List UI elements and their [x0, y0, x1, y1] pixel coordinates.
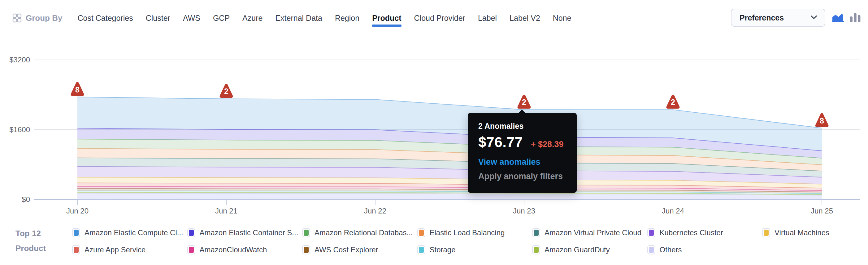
tab-aws[interactable]: AWS [183, 12, 200, 24]
legend-item[interactable]: Amazon Relational Databas... [302, 228, 417, 237]
header-right: Preferences [731, 9, 861, 27]
chart-legend: Amazon Elastic Compute Cl...Azure App Se… [72, 224, 868, 258]
area-chart-icon[interactable] [832, 13, 844, 23]
legend-swatch-icon [187, 228, 195, 237]
legend-item[interactable]: Virtual Machines [762, 228, 868, 237]
legend-item[interactable]: Amazon Virtual Private Cloud [532, 228, 647, 237]
anomaly-tooltip-value-row: $76.77 + $28.39 [478, 134, 570, 151]
legend-item-label: Amazon Elastic Container S... [200, 229, 299, 237]
svg-text:8: 8 [75, 85, 80, 94]
tab-external-data[interactable]: External Data [275, 12, 322, 24]
svg-text:$3200: $3200 [9, 56, 30, 64]
legend-item-label: Amazon GuardDuty [545, 245, 610, 254]
legend-item-label: Azure App Service [85, 245, 146, 254]
chevron-down-icon [810, 15, 817, 21]
anomaly-marker[interactable]: 2 [519, 96, 529, 107]
legend-swatch-icon [532, 228, 540, 237]
anomaly-tooltip-value: $76.77 [478, 134, 523, 151]
anomaly-tooltip: 2 Anomalies $76.77 + $28.39 View anomali… [468, 113, 577, 193]
group-by-tabs: Cost CategoriesClusterAWSGCPAzureExterna… [78, 12, 571, 24]
anomaly-marker[interactable]: 8 [72, 83, 83, 95]
group-by: Group By [12, 14, 62, 23]
bar-chart-icon[interactable] [850, 13, 861, 22]
svg-text:Jun 25: Jun 25 [811, 207, 833, 215]
preferences-label: Preferences [740, 14, 784, 22]
legend-item[interactable]: Others [647, 245, 763, 255]
group-by-label: Group By [26, 14, 62, 23]
legend-swatch-icon [417, 245, 425, 255]
legend-swatch-icon [647, 245, 655, 255]
legend-item-label: Virtual Machines [775, 229, 829, 237]
cost-dashboard: $0$1600$3200Jun 20Jun 21Jun 22Jun 23Jun … [0, 0, 868, 265]
tab-label[interactable]: Label [478, 12, 497, 24]
legend-swatch-icon [72, 228, 80, 237]
legend-item[interactable]: Amazon GuardDuty [532, 245, 647, 255]
svg-text:Jun 22: Jun 22 [364, 207, 386, 215]
legend-item[interactable]: AWS Cost Explorer [302, 245, 417, 255]
tab-product[interactable]: Product [372, 12, 401, 24]
legend-item[interactable]: Azure App Service [72, 245, 187, 255]
legend-item[interactable]: Elastic Load Balancing [417, 228, 532, 237]
legend-item-label: Elastic Load Balancing [430, 229, 505, 237]
anomaly-tooltip-delta: + $28.39 [531, 140, 564, 149]
stacked-areas [78, 97, 822, 200]
tab-gcp[interactable]: GCP [213, 12, 230, 24]
anomaly-marker[interactable]: 2 [221, 85, 231, 96]
legend-swatch-icon [187, 245, 195, 255]
svg-text:2: 2 [671, 98, 675, 106]
legend-swatch-icon [72, 245, 80, 255]
anomaly-tooltip-title: 2 Anomalies [478, 122, 570, 131]
legend-item-label: Others [660, 245, 682, 254]
legend-item-label: Amazon Relational Databas... [314, 229, 413, 237]
legend-item[interactable]: Amazon Elastic Container S... [187, 228, 303, 237]
legend-item-label: AmazonCloudWatch [200, 245, 267, 254]
legend-title: Top 12 Product [16, 226, 46, 256]
legend-item[interactable]: Amazon Elastic Compute Cl... [72, 228, 187, 237]
tab-region[interactable]: Region [335, 12, 360, 24]
svg-text:$0: $0 [22, 195, 30, 204]
legend-swatch-icon [302, 228, 310, 237]
apply-anomaly-filters-button[interactable]: Apply anomaly filters [478, 171, 570, 181]
svg-text:Jun 20: Jun 20 [66, 207, 89, 215]
grid-icon [12, 14, 22, 23]
svg-text:Jun 23: Jun 23 [513, 207, 535, 215]
y-axis-labels: $0$1600$3200 [9, 56, 30, 204]
svg-text:8: 8 [820, 116, 824, 125]
anomaly-marker[interactable]: 2 [668, 96, 678, 107]
legend-title-line2: Product [16, 241, 46, 256]
legend-swatch-icon [417, 228, 425, 237]
tab-azure[interactable]: Azure [242, 12, 262, 24]
svg-text:2: 2 [522, 98, 526, 106]
tab-cloud-provider[interactable]: Cloud Provider [414, 12, 465, 24]
legend-swatch-icon [762, 228, 770, 237]
legend-item[interactable]: AmazonCloudWatch [187, 245, 303, 255]
svg-text:Jun 21: Jun 21 [215, 207, 238, 215]
tab-none[interactable]: None [553, 12, 571, 24]
legend-swatch-icon [302, 245, 310, 255]
legend-item-label: Amazon Elastic Compute Cl... [85, 229, 183, 237]
legend-item-label: Kubernetes Cluster [660, 229, 723, 237]
tab-cluster[interactable]: Cluster [146, 12, 170, 24]
legend-item-label: Storage [430, 245, 456, 254]
anomaly-marker[interactable]: 8 [816, 114, 827, 126]
legend-item-label: AWS Cost Explorer [314, 245, 378, 254]
tab-cost-categories[interactable]: Cost Categories [78, 12, 133, 24]
tab-label-v2[interactable]: Label V2 [509, 12, 540, 24]
group-by-bar: Group By Cost CategoriesClusterAWSGCPAzu… [12, 12, 571, 24]
svg-text:2: 2 [224, 87, 228, 96]
legend-swatch-icon [647, 228, 655, 237]
legend-item[interactable]: Kubernetes Cluster [647, 228, 763, 237]
x-axis-labels: Jun 20Jun 21Jun 22Jun 23Jun 24Jun 25 [66, 200, 833, 215]
preferences-dropdown[interactable]: Preferences [731, 9, 825, 27]
legend-title-line1: Top 12 [16, 226, 46, 241]
legend-item-label: Amazon Virtual Private Cloud [545, 229, 642, 237]
legend-item[interactable]: Storage [417, 245, 532, 255]
view-anomalies-link[interactable]: View anomalies [478, 157, 570, 167]
svg-text:Jun 24: Jun 24 [662, 207, 684, 215]
legend-swatch-icon [532, 245, 540, 255]
svg-text:$1600: $1600 [9, 125, 30, 134]
